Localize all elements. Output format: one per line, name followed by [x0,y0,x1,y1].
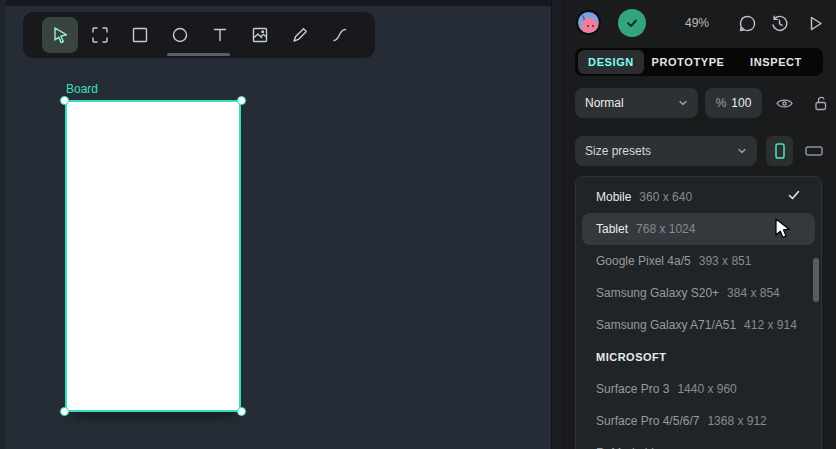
avatar[interactable] [576,10,601,35]
size-preset-option[interactable]: Mobile 360 x 640 [582,181,815,213]
check-icon [624,15,640,31]
avatar-face [581,18,598,35]
unlock-icon [811,94,830,113]
preset-dims: 384 x 854 [727,286,780,300]
chevron-down-icon [678,98,688,108]
orientation-portrait-button[interactable] [766,136,793,166]
preset-dims: 1440 x 960 [677,382,736,396]
sidebar-tabs: DESIGN PROTOTYPE INSPECT [575,48,823,76]
preset-name: Surface Pro 3 [596,382,669,396]
sidebar-overlay: DESIGN PROTOTYPE INSPECT Normal % 100 [564,0,836,449]
avatar-eye [592,25,594,27]
opacity-symbol: % [716,96,727,110]
path-icon [330,25,350,45]
tool-ellipse[interactable] [162,17,198,53]
tool-path[interactable] [322,17,358,53]
preset-section-header: MICROSOFT [576,341,821,373]
tool-select[interactable] [42,17,78,53]
canvas-viewport[interactable]: Board [0,0,551,449]
preset-name: Mobile [596,190,631,204]
size-presets-label: Size presets [585,144,651,158]
tablet-landscape-icon [803,141,825,161]
preset-name: Samsung Galaxy A71/A51 [596,318,736,332]
tool-image[interactable] [242,17,278,53]
zoom-level[interactable]: 49% [685,16,709,30]
resize-handle-top-right[interactable] [237,96,246,105]
toolbar-scroll-indicator[interactable] [167,53,230,56]
size-preset-option[interactable]: Google Pixel 4a/5 393 x 851 [582,245,815,277]
text-icon [210,25,230,45]
tab-inspect[interactable]: INSPECT [732,50,820,74]
size-preset-option[interactable]: Samsung Galaxy S20+ 384 x 854 [582,277,815,309]
app-window: Board [0,0,836,449]
preset-dims: 360 x 640 [639,190,692,204]
tab-design[interactable]: DESIGN [578,50,644,74]
size-preset-option[interactable]: Surface Pro 4/5/6/7 1368 x 912 [582,405,815,437]
size-presets-dropdown: Mobile 360 x 640 Tablet 768 x 1024 Googl… [575,176,822,449]
chevron-down-icon [737,146,747,156]
resize-handle-top-left[interactable] [60,96,69,105]
size-preset-option[interactable]: Samsung Galaxy A71/A51 412 x 914 [582,309,815,341]
comment-icon [737,13,758,34]
orientation-landscape-button[interactable] [800,136,827,166]
board-label[interactable]: Board [66,82,98,96]
resize-handle-bottom-left[interactable] [60,407,69,416]
size-presets-row: Size presets [575,136,836,166]
eye-icon [775,94,794,113]
image-icon [250,25,270,45]
ellipse-icon [170,25,190,45]
tab-prototype[interactable]: PROTOTYPE [644,50,732,74]
cursor-icon [50,25,70,45]
blend-mode-select[interactable]: Normal [575,88,698,118]
saved-status-badge [618,9,646,37]
avatar-eye [587,25,589,27]
lock-toggle[interactable] [811,94,830,113]
size-preset-option[interactable]: Surface Pro 3 1440 x 960 [582,373,815,405]
size-preset-option[interactable]: ReMarkable [582,437,815,449]
preset-name: Samsung Galaxy S20+ [596,286,719,300]
preset-name: Tablet [596,222,628,236]
dropdown-scrollbar[interactable] [813,258,819,302]
preset-dims: 1368 x 912 [707,414,766,428]
history-button[interactable] [769,13,790,34]
preset-dims: 412 x 914 [744,318,797,332]
mouse-cursor [773,218,793,244]
resize-handle-bottom-right[interactable] [237,407,246,416]
tools-toolbar [23,12,375,58]
canvas-left-edge [0,0,6,449]
tool-pencil[interactable] [282,17,318,53]
preset-dims: 393 x 851 [699,254,752,268]
preset-name: Google Pixel 4a/5 [596,254,691,268]
tool-board[interactable] [82,17,118,53]
check-icon [787,188,801,206]
canvas-top-edge [0,0,551,6]
visibility-toggle[interactable] [775,94,794,113]
rectangle-icon [130,25,150,45]
preset-name: Surface Pro 4/5/6/7 [596,414,699,428]
play-icon [805,13,826,34]
pencil-icon [290,25,310,45]
history-icon [769,13,790,34]
board-frame[interactable] [65,100,241,412]
blend-mode-value: Normal [585,96,624,110]
board-icon [90,25,110,45]
opacity-value: 100 [731,96,751,110]
tool-rectangle[interactable] [122,17,158,53]
preset-dims: 768 x 1024 [636,222,695,236]
tool-text[interactable] [202,17,238,53]
comments-button[interactable] [737,13,758,34]
opacity-input[interactable]: % 100 [705,88,762,118]
play-button[interactable] [805,13,826,34]
blend-opacity-row: Normal % 100 [575,88,836,118]
canvas-vertical-scrollbar[interactable] [551,0,564,449]
phone-portrait-icon [771,141,789,161]
size-presets-select[interactable]: Size presets [575,136,757,166]
